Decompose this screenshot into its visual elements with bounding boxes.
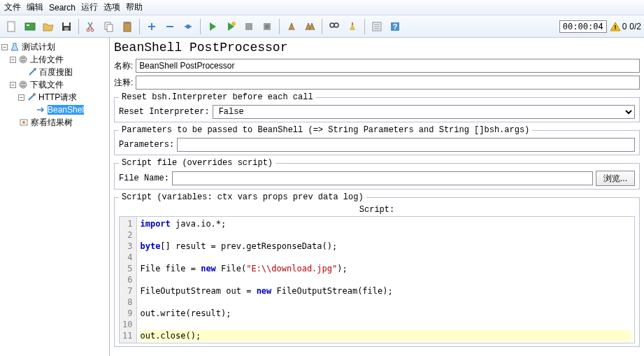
- timer-display: 00:00:04: [559, 20, 607, 33]
- thread-group-icon: [17, 54, 29, 65]
- tree-http-request[interactable]: − HTTP请求: [1, 91, 108, 104]
- tree-thread-group-1[interactable]: − 上传文件: [1, 53, 108, 66]
- parameters-fieldset: Parameters to be passed to BeanShell (=>…: [114, 125, 640, 155]
- name-input[interactable]: [136, 59, 640, 73]
- thread-count: 0/2: [629, 22, 641, 31]
- reset-interpreter-fieldset: Reset bsh.Interpreter before each call R…: [114, 92, 640, 122]
- tree-toggle-icon[interactable]: −: [18, 94, 24, 101]
- parameters-label: Parameters:: [119, 140, 174, 150]
- parameters-input[interactable]: [177, 138, 635, 152]
- sampler-icon: [27, 66, 38, 78]
- code-area[interactable]: import java.io.*;byte[] result = prev.ge…: [137, 217, 634, 343]
- stop-icon[interactable]: [241, 18, 257, 35]
- menu-options[interactable]: 选项: [103, 1, 120, 13]
- svg-point-16: [265, 24, 269, 29]
- tree-toggle-icon[interactable]: −: [10, 82, 16, 88]
- cut-icon[interactable]: [83, 18, 99, 35]
- menu-run[interactable]: 运行: [81, 1, 98, 13]
- script-editor[interactable]: 1234567891011 import java.io.*;byte[] re…: [119, 216, 635, 343]
- script-label: Script:: [119, 205, 635, 215]
- toggle-icon[interactable]: [180, 18, 196, 35]
- clear-all-icon[interactable]: [301, 18, 318, 35]
- warning-count: 0: [622, 22, 627, 31]
- warning-badge[interactable]: ! 0: [610, 21, 627, 32]
- line-gutter: 1234567891011: [120, 217, 137, 343]
- thread-group-icon: [17, 79, 29, 90]
- svg-text:?: ?: [393, 22, 398, 31]
- menu-file[interactable]: 文件: [4, 1, 21, 13]
- expand-icon[interactable]: [143, 18, 160, 35]
- menu-bar: 文件 编辑 Search 运行 选项 帮助: [0, 0, 644, 15]
- menu-edit[interactable]: 编辑: [27, 1, 43, 13]
- reset-search-icon[interactable]: [344, 18, 361, 35]
- open-icon[interactable]: [40, 18, 57, 35]
- tree-beanshell-postprocessor[interactable]: BeanShel: [1, 104, 108, 116]
- name-label: 名称:: [114, 60, 133, 72]
- reset-interpreter-select[interactable]: False: [213, 105, 635, 119]
- script-fieldset: Script (variables: ctx vars props prev d…: [114, 192, 640, 347]
- warning-icon: !: [610, 21, 621, 32]
- collapse-icon[interactable]: [162, 18, 178, 35]
- file-name-input[interactable]: [172, 171, 593, 185]
- templates-icon[interactable]: [22, 18, 38, 35]
- paste-icon[interactable]: [119, 18, 136, 35]
- tree-toggle-icon[interactable]: −: [1, 44, 8, 50]
- tree-toggle-icon[interactable]: −: [10, 57, 16, 63]
- start-no-timers-icon[interactable]: [222, 18, 239, 35]
- search-tree-icon[interactable]: [326, 18, 343, 35]
- svg-point-25: [20, 81, 27, 88]
- tree-sampler-1[interactable]: 百度搜图: [1, 66, 108, 78]
- tree-root[interactable]: − 测试计划: [1, 41, 108, 53]
- listener-icon: [18, 117, 29, 128]
- reset-interpreter-label: Reset Interpreter:: [119, 107, 210, 117]
- postprocessor-icon: [35, 104, 46, 115]
- svg-point-26: [33, 93, 36, 96]
- svg-point-28: [22, 121, 25, 124]
- flask-icon: [9, 41, 20, 52]
- svg-point-12: [186, 24, 190, 29]
- copy-icon[interactable]: [101, 18, 117, 35]
- menu-search[interactable]: Search: [49, 3, 76, 13]
- svg-text:!: !: [614, 24, 616, 31]
- svg-rect-11: [125, 22, 129, 24]
- svg-rect-4: [64, 22, 69, 26]
- new-icon[interactable]: [3, 18, 20, 35]
- comment-label: 注释:: [114, 77, 133, 89]
- svg-point-18: [334, 23, 338, 27]
- tree-results-tree[interactable]: 察看结果树: [1, 116, 108, 129]
- svg-point-24: [34, 68, 36, 71]
- test-plan-tree[interactable]: − 测试计划 − 上传文件 百度搜图 − 下载文件 − HTTP请求: [0, 38, 110, 356]
- file-name-label: File Name:: [119, 173, 169, 183]
- help-icon[interactable]: ?: [387, 18, 403, 35]
- svg-point-13: [231, 22, 236, 26]
- svg-point-17: [330, 23, 334, 27]
- tree-thread-group-2[interactable]: − 下载文件: [1, 78, 108, 91]
- function-helper-icon[interactable]: [368, 18, 385, 35]
- browse-button[interactable]: 浏览...: [596, 171, 635, 186]
- svg-rect-1: [25, 23, 35, 30]
- svg-point-23: [20, 56, 27, 63]
- shutdown-icon[interactable]: [259, 18, 276, 35]
- start-icon[interactable]: [204, 18, 221, 35]
- sampler-icon: [26, 92, 37, 103]
- toolbar: ? 00:00:04 ! 0 0/2: [0, 15, 644, 38]
- save-icon[interactable]: [58, 18, 75, 35]
- svg-rect-14: [245, 23, 252, 30]
- clear-icon[interactable]: [283, 18, 300, 35]
- content-panel: BeanShell PostProcessor 名称: 注释: Reset bs…: [110, 38, 644, 356]
- svg-rect-9: [107, 24, 113, 31]
- panel-title: BeanShell PostProcessor: [114, 41, 640, 55]
- script-file-fieldset: Script file (overrides script) File Name…: [114, 158, 640, 190]
- svg-rect-2: [27, 24, 29, 26]
- comment-input[interactable]: [136, 76, 640, 90]
- svg-rect-5: [64, 27, 69, 31]
- menu-help[interactable]: 帮助: [126, 1, 143, 13]
